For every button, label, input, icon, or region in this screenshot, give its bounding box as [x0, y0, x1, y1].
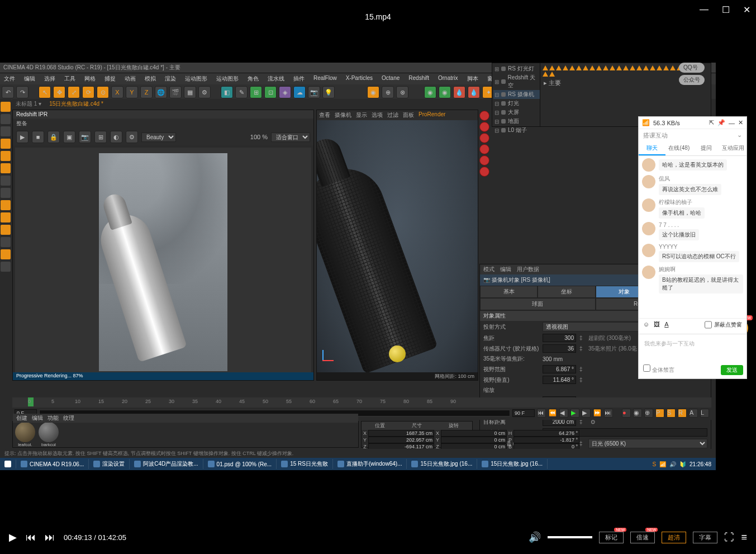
point-mode-icon[interactable]: [1, 139, 11, 149]
tl-autokey-icon[interactable]: ◉: [633, 409, 642, 418]
render-settings-icon[interactable]: ⚙: [198, 86, 211, 98]
tl-keyrot-icon[interactable]: R: [678, 409, 687, 418]
recent-icon[interactable]: ⊙: [97, 86, 109, 98]
object-row[interactable]: ⊞Redshift 天空: [493, 73, 540, 90]
attr-menu-item[interactable]: 编辑: [500, 266, 511, 273]
ipr-region-icon[interactable]: ▣: [63, 131, 75, 143]
object-row[interactable]: ⊟RS 摄像机: [493, 90, 540, 99]
emoji-icon[interactable]: ☺: [643, 321, 649, 329]
tray-clock[interactable]: 21:26:48: [690, 461, 711, 467]
ipr-snapshot-icon[interactable]: 📷: [79, 131, 91, 143]
menu-item[interactable]: RealFlow: [312, 74, 339, 83]
sensor-input[interactable]: [543, 344, 576, 353]
axis-z-icon[interactable]: Z: [140, 86, 153, 98]
enable-axis-icon[interactable]: [1, 176, 11, 186]
ipr-stop-icon[interactable]: ■: [32, 131, 44, 143]
timeline-ruler[interactable]: 051015202530354045505560657075808590: [12, 397, 711, 408]
speed-button[interactable]: 倍速NEW: [630, 532, 655, 543]
menu-item[interactable]: X-Particles: [344, 74, 374, 83]
move-icon[interactable]: ✥: [53, 86, 65, 98]
menu-item[interactable]: 渲染: [163, 74, 178, 83]
fovv-input[interactable]: [543, 376, 576, 384]
scale-icon[interactable]: ⤢: [68, 86, 80, 98]
viewport-canvas[interactable]: [317, 120, 478, 372]
vp-menu-item[interactable]: 面板: [403, 111, 414, 119]
tl-keypla-icon[interactable]: L: [700, 409, 709, 418]
taskbar-item[interactable]: 15 RS日光焦散: [277, 459, 333, 469]
attr-menu-item[interactable]: 模式: [483, 266, 495, 273]
tl-nextframe-icon[interactable]: ▶: [582, 409, 591, 418]
rs-proxy-icon[interactable]: [479, 144, 489, 154]
vp-menu-item[interactable]: 过滤: [387, 111, 398, 119]
tray-sogou-icon[interactable]: S: [652, 461, 656, 467]
viewport-solo-icon[interactable]: [1, 188, 11, 198]
take-marker-icon[interactable]: [543, 72, 548, 77]
menu-item[interactable]: 动画: [123, 74, 137, 83]
take-marker-icon[interactable]: [663, 65, 669, 70]
soft-select-icon[interactable]: [1, 237, 11, 247]
render-region-icon[interactable]: ▦: [184, 86, 196, 98]
take-marker-icon[interactable]: [630, 65, 635, 70]
menu-item[interactable]: Redshift: [407, 74, 431, 83]
menu-item[interactable]: 文件: [2, 74, 17, 83]
cube-icon[interactable]: ◧: [221, 86, 233, 98]
menu-item[interactable]: 运动图形: [215, 74, 240, 83]
tl-goend-icon[interactable]: ⏭: [604, 409, 613, 418]
object-row[interactable]: ⊟大屏: [493, 108, 540, 117]
fullscreen-icon[interactable]: ⛶: [724, 532, 734, 543]
chat-pin-icon[interactable]: 📌: [717, 119, 725, 126]
rot-h-input[interactable]: [513, 430, 579, 437]
marker-button[interactable]: 标记NEW: [599, 532, 624, 543]
chat-minimize-icon[interactable]: —: [729, 120, 735, 126]
menu-item[interactable]: 流水线: [266, 74, 286, 83]
taskbar-item[interactable]: 渲染设置: [89, 459, 130, 469]
take-marker-icon[interactable]: [549, 65, 555, 70]
material-preview[interactable]: [15, 422, 35, 442]
size-x-input[interactable]: [441, 430, 507, 437]
ipr-render-icon[interactable]: ▶: [16, 131, 28, 143]
window-maximize[interactable]: ☐: [722, 4, 730, 15]
tweak-icon[interactable]: [1, 249, 11, 259]
tray-vol-icon[interactable]: 🔊: [669, 461, 676, 467]
chat-popout-icon[interactable]: ⇱: [709, 119, 714, 126]
font-icon[interactable]: A: [664, 321, 668, 329]
poly-mode-icon[interactable]: [1, 163, 11, 173]
taskbar-item[interactable]: CINEMA 4D R19.06...: [16, 459, 89, 469]
axis-x-icon[interactable]: X: [111, 86, 123, 98]
ipr-grid-icon[interactable]: ⊞: [94, 131, 107, 143]
tl-keypos-icon[interactable]: P: [655, 409, 664, 418]
chat-tab[interactable]: 提问: [693, 142, 720, 155]
attr-tab[interactable]: 球面: [480, 298, 596, 310]
chat-tab[interactable]: 互动应用: [720, 142, 747, 155]
take-marker-icon[interactable]: [603, 65, 608, 70]
ipr-render-view[interactable]: [15, 148, 311, 377]
texture-mode-icon[interactable]: [1, 114, 11, 124]
take-marker-icon[interactable]: [596, 65, 602, 70]
tl-keyscale-icon[interactable]: S: [667, 409, 676, 418]
rs-camera-icon[interactable]: [479, 133, 489, 143]
camera-icon[interactable]: 📷: [308, 86, 320, 98]
tl-prevkey-icon[interactable]: ⏪: [548, 409, 557, 418]
fovh-input[interactable]: [543, 365, 576, 373]
wb-select[interactable]: 日光 (6500 K): [588, 439, 707, 448]
world-icon[interactable]: 🌐: [155, 86, 167, 98]
edge-mode-icon[interactable]: [1, 151, 11, 161]
xp-icon[interactable]: ◉: [424, 86, 436, 98]
attr-tab[interactable]: 坐标: [538, 286, 595, 298]
nurbs-icon[interactable]: ⊞: [250, 86, 262, 98]
pos-y-input[interactable]: [368, 437, 434, 443]
menu-item[interactable]: Octane: [380, 74, 401, 83]
tray-net-icon[interactable]: 📶: [659, 461, 666, 467]
take-marker-icon[interactable]: [563, 65, 568, 70]
object-row[interactable]: ⊟灯光: [493, 99, 540, 108]
take-marker-icon[interactable]: [657, 65, 662, 70]
rs-sky-icon[interactable]: [479, 122, 489, 132]
take-marker-icon[interactable]: [589, 65, 595, 70]
workplane-icon[interactable]: [1, 126, 11, 136]
rs-light-icon[interactable]: [479, 111, 489, 121]
attr-tab[interactable]: 基本: [480, 286, 538, 298]
tl-prevframe-icon[interactable]: ◀: [559, 409, 568, 418]
take-marker-icon[interactable]: [610, 65, 615, 70]
misc-tool-icon[interactable]: [1, 262, 11, 272]
subtitle-button[interactable]: 字幕: [693, 532, 717, 543]
